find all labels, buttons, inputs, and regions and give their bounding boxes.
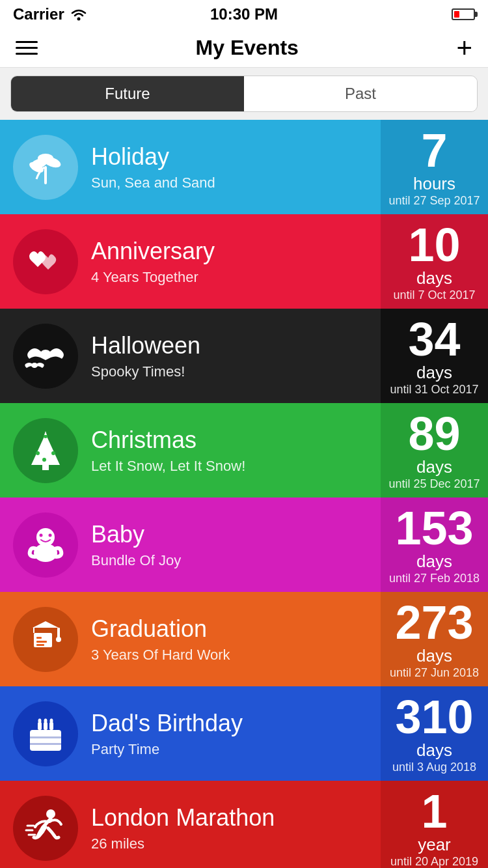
countdown-date-holiday: until 27 Sep 2017 xyxy=(388,194,480,208)
event-main-christmas: Christmas Let It Snow, Let It Snow! xyxy=(0,403,381,497)
event-list: Holiday Sun, Sea and Sand 7 hours until … xyxy=(0,120,488,868)
menu-button[interactable] xyxy=(16,41,38,55)
baby-icon xyxy=(25,524,66,566)
svg-marker-14 xyxy=(44,431,47,435)
event-subtitle-christmas: Let It Snow, Let It Snow! xyxy=(91,458,245,475)
event-countdown-baby: 153 days until 27 Feb 2018 xyxy=(381,497,488,592)
countdown-number-christmas: 89 xyxy=(408,410,460,457)
segment-future[interactable]: Future xyxy=(11,76,244,111)
svg-point-12 xyxy=(51,451,55,455)
countdown-date-anniversary: until 7 Oct 2017 xyxy=(393,288,475,302)
event-subtitle-halloween: Spooky Times! xyxy=(91,363,200,380)
svg-point-13 xyxy=(42,458,46,462)
countdown-unit-marathon: year xyxy=(418,835,451,855)
event-subtitle-birthday: Party Time xyxy=(91,741,243,758)
page-title: My Events xyxy=(196,36,299,60)
event-countdown-halloween: 34 days until 31 Oct 2017 xyxy=(381,309,488,403)
palm-tree-icon xyxy=(25,147,66,188)
svg-rect-9 xyxy=(42,465,49,470)
countdown-unit-graduation: days xyxy=(416,646,452,666)
countdown-number-baby: 153 xyxy=(395,505,473,552)
countdown-date-birthday: until 3 Aug 2018 xyxy=(392,761,476,774)
countdown-number-birthday: 310 xyxy=(395,693,473,740)
countdown-date-christmas: until 25 Dec 2017 xyxy=(388,477,480,491)
event-text-anniversary: Anniversary 4 Years Together xyxy=(91,238,215,286)
event-row[interactable]: Dad's Birthday Party Time 310 days until… xyxy=(0,686,488,781)
graduation-icon xyxy=(25,619,66,660)
countdown-unit-baby: days xyxy=(416,552,452,572)
event-row[interactable]: Baby Bundle Of Joy 153 days until 27 Feb… xyxy=(0,497,488,592)
event-subtitle-anniversary: 4 Years Together xyxy=(91,269,215,286)
event-text-birthday: Dad's Birthday Party Time xyxy=(91,710,243,758)
hamburger-line-2 xyxy=(16,47,38,49)
svg-point-4 xyxy=(38,154,53,163)
svg-rect-34 xyxy=(30,743,61,745)
event-text-christmas: Christmas Let It Snow, Let It Snow! xyxy=(91,427,245,475)
event-name-marathon: London Marathon xyxy=(91,804,275,832)
event-row[interactable]: Christmas Let It Snow, Let It Snow! 89 d… xyxy=(0,403,488,497)
countdown-number-halloween: 34 xyxy=(408,316,460,363)
event-countdown-graduation: 273 days until 27 Jun 2018 xyxy=(381,592,488,686)
event-countdown-christmas: 89 days until 25 Dec 2017 xyxy=(381,403,488,497)
nav-bar: My Events + xyxy=(0,29,488,68)
svg-point-29 xyxy=(38,718,42,723)
event-text-baby: Baby Bundle Of Joy xyxy=(91,521,181,569)
birthday-cake-icon xyxy=(25,713,66,755)
event-name-anniversary: Anniversary xyxy=(91,238,215,265)
event-icon-graduation xyxy=(13,607,78,672)
countdown-unit-christmas: days xyxy=(416,457,452,477)
svg-rect-24 xyxy=(57,628,60,638)
svg-rect-22 xyxy=(36,644,44,646)
svg-rect-27 xyxy=(44,722,47,730)
event-subtitle-graduation: 3 Years Of Hard Work xyxy=(91,647,230,664)
event-main-halloween: Halloween Spooky Times! xyxy=(0,309,381,403)
event-icon-halloween xyxy=(13,324,78,389)
battery-icon xyxy=(452,8,475,20)
countdown-number-marathon: 1 xyxy=(421,788,447,835)
countdown-date-baby: until 27 Feb 2018 xyxy=(389,572,480,585)
event-text-graduation: Graduation 3 Years Of Hard Work xyxy=(91,615,230,664)
event-row[interactable]: Holiday Sun, Sea and Sand 7 hours until … xyxy=(0,120,488,214)
event-main-marathon: London Marathon 26 miles xyxy=(0,781,381,868)
event-icon-anniversary xyxy=(13,229,78,294)
event-name-graduation: Graduation xyxy=(91,615,230,643)
christmas-tree-icon xyxy=(25,430,66,471)
countdown-unit-halloween: days xyxy=(416,363,452,383)
battery-fill xyxy=(454,11,459,18)
event-name-birthday: Dad's Birthday xyxy=(91,710,243,737)
event-icon-baby xyxy=(13,512,78,578)
event-name-halloween: Halloween xyxy=(91,332,200,359)
wifi-icon xyxy=(70,8,88,21)
status-time: 10:30 PM xyxy=(210,5,278,23)
bat-icon xyxy=(23,335,68,377)
event-text-halloween: Halloween Spooky Times! xyxy=(91,332,200,380)
svg-point-30 xyxy=(44,718,47,723)
event-icon-birthday xyxy=(13,701,78,766)
runner-icon xyxy=(25,807,66,849)
event-main-anniversary: Anniversary 4 Years Together xyxy=(0,214,381,309)
svg-point-15 xyxy=(36,528,55,546)
event-row[interactable]: Graduation 3 Years Of Hard Work 273 days… xyxy=(0,592,488,686)
event-subtitle-holiday: Sun, Sea and Sand xyxy=(91,175,215,191)
segment-control: Future Past xyxy=(10,76,478,112)
event-countdown-marathon: 1 year until 20 Apr 2019 xyxy=(381,781,488,868)
svg-rect-21 xyxy=(36,641,47,643)
countdown-unit-anniversary: days xyxy=(416,268,452,288)
carrier-label: Carrier xyxy=(13,5,64,23)
event-countdown-anniversary: 10 days until 7 Oct 2017 xyxy=(381,214,488,309)
add-event-button[interactable]: + xyxy=(456,35,472,62)
svg-rect-1 xyxy=(44,166,47,184)
event-icon-christmas xyxy=(13,418,78,483)
svg-point-31 xyxy=(50,718,53,723)
svg-point-0 xyxy=(77,18,80,21)
svg-point-17 xyxy=(49,533,52,537)
event-text-marathon: London Marathon 26 miles xyxy=(91,804,275,852)
event-row[interactable]: London Marathon 26 miles 1 year until 20… xyxy=(0,781,488,868)
event-countdown-birthday: 310 days until 3 Aug 2018 xyxy=(381,686,488,781)
event-main-holiday: Holiday Sun, Sea and Sand xyxy=(0,120,381,214)
segment-past[interactable]: Past xyxy=(244,76,477,111)
svg-marker-23 xyxy=(33,621,59,628)
event-icon-holiday xyxy=(13,135,78,200)
event-row[interactable]: Halloween Spooky Times! 34 days until 31… xyxy=(0,309,488,403)
event-row[interactable]: Anniversary 4 Years Together 10 days unt… xyxy=(0,214,488,309)
